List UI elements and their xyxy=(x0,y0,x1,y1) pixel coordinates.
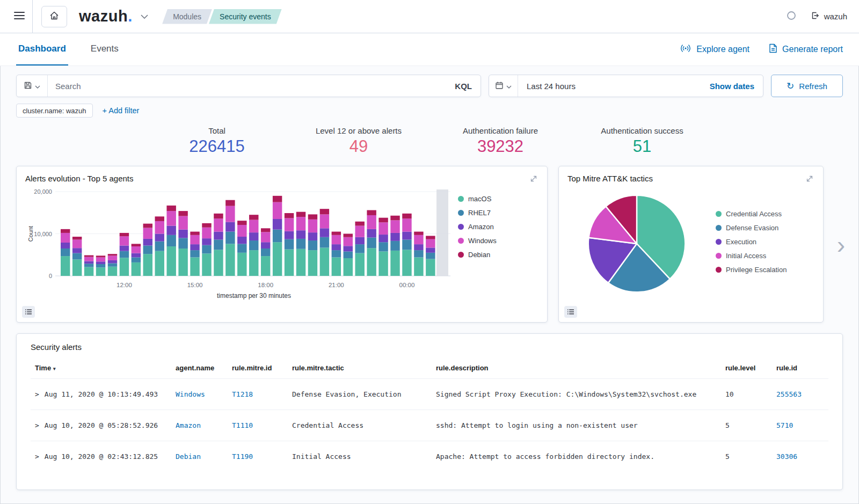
saved-query-button[interactable] xyxy=(17,75,48,97)
legend-item-initial-access[interactable]: Initial Access xyxy=(716,252,766,260)
legend-swatch xyxy=(458,238,464,244)
breadcrumb-modules[interactable]: Modules xyxy=(162,9,212,24)
legend-item-macos[interactable]: macOS xyxy=(458,195,491,203)
stat-label: Authentication success xyxy=(588,126,696,135)
svg-text:12:00: 12:00 xyxy=(117,282,132,288)
stat-value-auth-success[interactable]: 51 xyxy=(633,137,651,156)
legend-label: Amazon xyxy=(468,223,494,231)
expand-icon xyxy=(806,176,813,184)
panel-options-button[interactable] xyxy=(564,306,577,318)
column-header-rule-description[interactable]: rule.description xyxy=(432,360,721,379)
add-filter-button[interactable]: + Add filter xyxy=(103,106,140,115)
app-switcher-button[interactable] xyxy=(141,12,148,20)
stat-value-total[interactable]: 226415 xyxy=(189,137,244,156)
column-header-rule-id[interactable]: rule.id xyxy=(772,360,828,379)
legend-item-rhel7[interactable]: RHEL7 xyxy=(458,209,491,217)
agent-link[interactable]: Windows xyxy=(176,390,205,398)
table-row: >Aug 11, 2020 @ 10:13:49.493 Windows T12… xyxy=(31,379,828,410)
save-icon xyxy=(24,81,32,91)
ring-icon xyxy=(786,10,797,23)
user-menu[interactable]: wazuh xyxy=(811,11,847,21)
expand-icon xyxy=(530,176,537,184)
tab-dashboard[interactable]: Dashboard xyxy=(16,33,68,65)
show-dates-button[interactable]: Show dates xyxy=(710,82,763,91)
legend-swatch xyxy=(458,252,464,258)
mitre-pie-chart[interactable] xyxy=(581,188,692,299)
legend-swatch xyxy=(716,267,722,273)
stat-label: Level 12 or above alerts xyxy=(305,126,412,135)
expand-row-icon[interactable]: > xyxy=(35,421,39,429)
rule-id-link[interactable]: 5710 xyxy=(776,421,793,429)
next-page-chevron-button[interactable]: › xyxy=(837,232,845,257)
legend-item-execution[interactable]: Execution xyxy=(716,238,756,246)
chevron-down-icon xyxy=(35,82,40,90)
column-label: rule.mitre.id xyxy=(232,364,272,372)
agent-link[interactable]: Amazon xyxy=(176,421,201,429)
alerts-evolution-panel: Alerts evolution - Top 5 agents 010,0002… xyxy=(16,166,548,323)
search-input[interactable] xyxy=(48,82,446,91)
stat-value-level-12[interactable]: 49 xyxy=(350,137,368,156)
legend-item-amazon[interactable]: Amazon xyxy=(458,223,494,231)
time-value: Aug 10, 2020 @ 05:28:52.926 xyxy=(45,421,158,429)
mitre-id-link[interactable]: T1218 xyxy=(232,390,253,398)
filter-chip-cluster-name[interactable]: cluster.name: wazuh xyxy=(16,104,93,118)
chevron-down-icon xyxy=(506,82,512,90)
mitre-id-link[interactable]: T1110 xyxy=(232,421,253,429)
refresh-icon: ↻ xyxy=(787,82,794,91)
legend-label: RHEL7 xyxy=(468,209,491,217)
top-navbar: wazuh. Modules Security events wazuh xyxy=(0,0,859,33)
rule-id-link[interactable]: 255563 xyxy=(776,390,802,398)
svg-text:20,000: 20,000 xyxy=(34,188,52,195)
explore-agent-button[interactable]: Explore agent xyxy=(680,44,749,55)
report-icon xyxy=(769,43,777,55)
calendar-icon xyxy=(495,81,504,91)
legend-item-privilege-escalation[interactable]: Privilege Escalation xyxy=(716,266,787,274)
legend-item-defense-evasion[interactable]: Defense Evasion xyxy=(716,224,778,232)
menu-button[interactable] xyxy=(6,0,32,33)
legend-label: Initial Access xyxy=(726,252,766,260)
alerts-evolution-chart[interactable]: 010,00020,00012:0015:0018:0021:0000:00ti… xyxy=(25,187,455,300)
table-row: >Aug 10, 2020 @ 05:28:52.926 Amazon T111… xyxy=(31,410,828,441)
legend-item-debian[interactable]: Debian xyxy=(458,251,490,259)
cell-time: >Aug 10, 2020 @ 05:28:52.926 xyxy=(31,410,171,441)
stat-auth-failure: Authentication failure 39232 xyxy=(447,126,554,156)
column-header-agent-name[interactable]: agent.name xyxy=(171,360,228,379)
column-header-rule-mitre-tactic[interactable]: rule.mitre.tactic xyxy=(288,360,432,379)
tab-actions: Explore agent Generate report xyxy=(680,33,843,65)
refresh-button[interactable]: ↻ Refresh xyxy=(771,75,843,97)
agent-link[interactable]: Debian xyxy=(176,452,201,461)
tab-events[interactable]: Events xyxy=(89,33,121,65)
legend-item-windows[interactable]: Windows xyxy=(458,237,497,245)
calendar-button[interactable] xyxy=(489,75,518,97)
dashboard-content: KQL Last 24 hours Show dates ↻ Refresh c… xyxy=(0,66,859,504)
svg-text:10,000: 10,000 xyxy=(34,231,52,237)
stats-row: Total 226415 Level 12 or above alerts 49… xyxy=(16,126,843,156)
expand-row-icon[interactable]: > xyxy=(35,452,39,461)
status-ring-button[interactable] xyxy=(786,10,797,23)
stat-value-auth-failure[interactable]: 39232 xyxy=(477,137,523,156)
legend-item-credential-access[interactable]: Credential Access xyxy=(716,210,782,218)
generate-report-button[interactable]: Generate report xyxy=(769,43,843,55)
column-header-rule-mitre-id[interactable]: rule.mitre.id xyxy=(228,360,288,379)
column-header-rule-level[interactable]: rule.level xyxy=(721,360,772,379)
column-header-time[interactable]: Time▾ xyxy=(31,360,171,379)
svg-text:18:00: 18:00 xyxy=(258,282,273,288)
panel-options-button[interactable] xyxy=(22,306,35,318)
cell-description: Apache: Attempt to access forbidden dire… xyxy=(432,441,721,472)
time-range-value[interactable]: Last 24 hours xyxy=(518,82,710,91)
kql-button[interactable]: KQL xyxy=(446,82,481,91)
rule-id-link[interactable]: 30306 xyxy=(776,452,797,461)
refresh-label: Refresh xyxy=(799,82,827,91)
expand-row-icon[interactable]: > xyxy=(35,390,39,398)
mitre-tactics-panel: Top Mitre ATT&K tactics Credential Acces… xyxy=(558,166,824,323)
home-button[interactable] xyxy=(41,6,67,27)
logout-icon xyxy=(811,11,819,21)
divider xyxy=(32,0,33,33)
cell-description: sshd: Attempt to login using a non-exist… xyxy=(432,410,721,441)
home-icon xyxy=(49,10,60,23)
expand-panel-button[interactable] xyxy=(529,174,538,185)
cell-agent: Debian xyxy=(171,441,228,472)
wazuh-logo[interactable]: wazuh. xyxy=(79,8,134,25)
mitre-id-link[interactable]: T1190 xyxy=(232,452,253,461)
expand-panel-button[interactable] xyxy=(805,174,814,185)
